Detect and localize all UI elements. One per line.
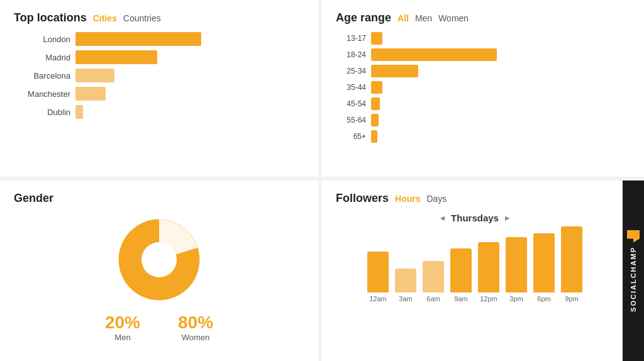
next-day-arrow[interactable]: ▸	[505, 213, 509, 223]
day-navigator: ◂ Thursdays ▸	[336, 213, 614, 223]
age-range-header: Age range All Men Women	[336, 11, 630, 25]
top-locations-header: Top locations Cities Countries	[14, 11, 304, 25]
followers-bar	[478, 242, 499, 292]
svg-point-1	[142, 242, 177, 277]
location-bar	[75, 105, 83, 119]
age-bar-row: 18-24	[342, 48, 630, 61]
followers-bar-label: 12am	[369, 295, 387, 303]
location-label: Madrid	[20, 53, 70, 62]
tab-days[interactable]: Days	[426, 194, 447, 204]
age-bar	[371, 130, 377, 143]
tab-hours[interactable]: Hours	[395, 194, 420, 204]
age-bar	[371, 32, 382, 45]
top-locations-panel: Top locations Cities Countries London Ma…	[0, 0, 322, 181]
age-range-panel: Age range All Men Women 13-17 18-24 25-3…	[322, 0, 644, 181]
location-bar-row: London	[20, 32, 304, 46]
tab-cities[interactable]: Cities	[93, 13, 117, 23]
followers-panel: Followers Hours Days ◂ Thursdays ▸ 12am …	[322, 181, 644, 361]
location-bar-row: Dublin	[20, 105, 304, 119]
location-bar	[75, 32, 201, 46]
followers-bar-chart: 12am 3am 6am 9am 12pm 3pm 6pm 9pm	[336, 233, 614, 303]
age-label: 65+	[342, 132, 366, 141]
age-bar-row: 13-17	[342, 32, 630, 45]
men-stat: 20% Men	[105, 313, 140, 342]
tab-women[interactable]: Women	[438, 13, 469, 23]
followers-bar-label: 6am	[426, 295, 440, 303]
followers-bar	[450, 248, 472, 292]
location-bar-row: Barcelona	[20, 69, 304, 82]
followers-bar-label: 3pm	[509, 295, 523, 303]
brand-icon	[627, 230, 640, 243]
age-label: 35-44	[342, 83, 366, 92]
age-bar	[371, 97, 380, 110]
age-bar-row: 45-54	[342, 97, 630, 110]
age-range-title: Age range	[336, 11, 391, 25]
location-bar-row: Madrid	[20, 50, 304, 64]
followers-bar-label: 9pm	[565, 295, 578, 303]
age-bar-row: 65+	[342, 130, 630, 143]
logo-area: SOCIALCHAMP	[623, 181, 644, 361]
followers-bar-label: 3am	[399, 295, 412, 303]
top-locations-title: Top locations	[14, 11, 87, 25]
age-bar-chart: 13-17 18-24 25-34 35-44 45-54 55-64 65+	[336, 32, 630, 143]
followers-bar-label: 9am	[454, 295, 467, 303]
age-bar-row: 55-64	[342, 114, 630, 126]
location-bar	[75, 50, 157, 64]
age-label: 18-24	[342, 50, 366, 59]
age-bar	[371, 114, 379, 126]
men-label: Men	[105, 333, 140, 342]
tab-men[interactable]: Men	[415, 13, 432, 23]
men-percentage: 20%	[105, 313, 140, 333]
women-stat: 80% Women	[178, 313, 213, 342]
location-label: Dublin	[20, 108, 70, 117]
age-label: 13-17	[342, 34, 366, 43]
followers-bar	[367, 252, 389, 292]
women-percentage: 80%	[178, 313, 213, 333]
age-label: 45-54	[342, 99, 366, 108]
brand-name: SOCIALCHAMP	[630, 247, 637, 312]
location-label: Barcelona	[20, 71, 70, 81]
location-bar	[75, 87, 106, 101]
gender-title: Gender	[14, 192, 53, 205]
tab-countries[interactable]: Countries	[123, 13, 161, 23]
followers-bar	[395, 269, 416, 292]
followers-bar-col: 3am	[395, 269, 416, 303]
location-bar-row: Manchester	[20, 87, 304, 101]
women-label: Women	[178, 333, 213, 342]
location-label: Manchester	[20, 89, 70, 99]
location-label: London	[20, 35, 70, 44]
followers-bar-col: 12am	[367, 252, 389, 303]
gender-panel: Gender 20% Men 80% Wom	[0, 181, 322, 361]
pie-chart	[115, 216, 203, 304]
followers-bar	[561, 226, 582, 292]
followers-bar-col: 12pm	[478, 242, 499, 303]
followers-bar	[423, 261, 444, 292]
current-day: Thursdays	[451, 213, 499, 223]
followers-bar-col: 6am	[423, 261, 444, 303]
followers-bar-col: 3pm	[506, 237, 527, 303]
gender-labels: 20% Men 80% Women	[105, 313, 213, 342]
age-bar	[371, 81, 382, 94]
followers-bar	[533, 233, 555, 292]
followers-header: Followers Hours Days	[336, 192, 614, 205]
locations-bar-chart: London Madrid Barcelona Manchester Dubli…	[14, 32, 304, 119]
followers-bar-label: 6pm	[537, 295, 550, 303]
age-label: 55-64	[342, 116, 366, 125]
age-bar-row: 35-44	[342, 81, 630, 94]
age-bar	[371, 48, 497, 61]
location-bar	[75, 69, 114, 82]
followers-bar-label: 12pm	[480, 295, 497, 303]
age-label: 25-34	[342, 67, 366, 75]
gender-header: Gender	[14, 192, 304, 205]
followers-bar-col: 9pm	[561, 226, 582, 303]
followers-bar-col: 9am	[450, 248, 472, 303]
age-bar-row: 25-34	[342, 65, 630, 77]
gender-content: 20% Men 80% Women	[14, 213, 304, 345]
tab-all[interactable]: All	[397, 13, 409, 23]
followers-bar-col: 6pm	[533, 233, 555, 303]
followers-bar	[506, 237, 527, 292]
prev-day-arrow[interactable]: ◂	[440, 213, 445, 223]
followers-title: Followers	[336, 192, 389, 205]
age-bar	[371, 65, 418, 77]
